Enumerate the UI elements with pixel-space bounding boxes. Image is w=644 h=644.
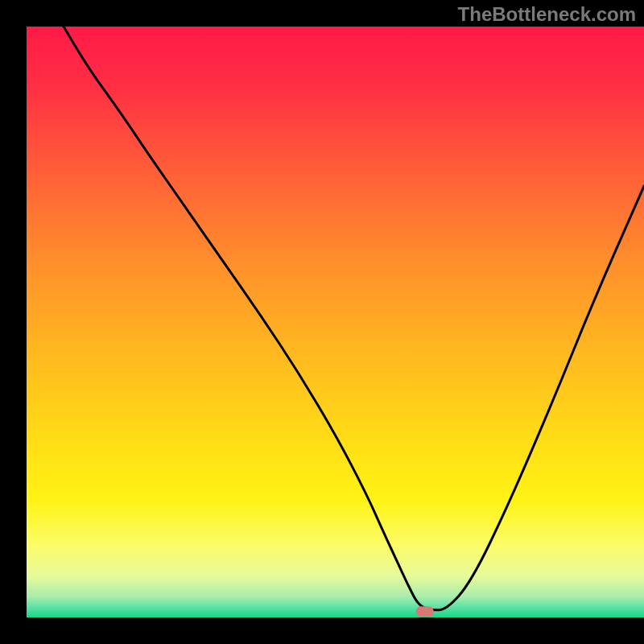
chart-container: { "watermark": "TheBottleneck.com", "cha… (0, 0, 644, 644)
bottleneck-chart (0, 0, 644, 644)
watermark-text: TheBottleneck.com (458, 3, 636, 26)
optimal-marker (416, 606, 434, 617)
plot-background (27, 27, 644, 617)
